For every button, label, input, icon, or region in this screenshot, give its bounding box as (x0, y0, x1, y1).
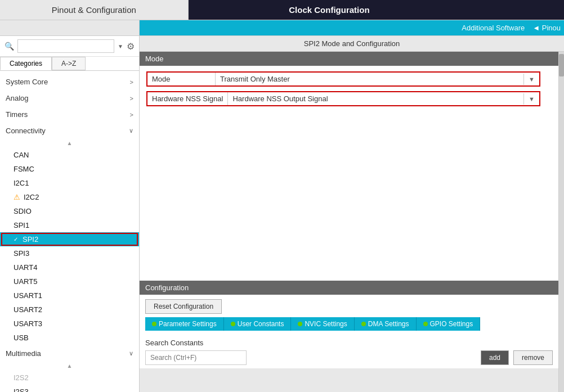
sidebar-item-label-SPI1: SPI1 (14, 221, 29, 229)
top-header: Pinout & Configuration Clock Configurati… (0, 0, 564, 20)
mode-field-row: Mode Transmit Only Master ▼ (146, 71, 552, 87)
multimedia-scroll-up[interactable]: ▲ (0, 361, 139, 371)
sidebar-item-USB[interactable]: USB (0, 331, 139, 345)
sidebar-item-label-USART1: USART1 (14, 291, 42, 300)
mode-content-area (140, 112, 558, 281)
search-constants-input[interactable] (145, 350, 247, 365)
config-content: Reset Configuration Parameter Settings U… (140, 295, 558, 335)
sidebar-group-label-timers: Timers (6, 110, 28, 119)
pinout-config-tab[interactable]: Pinout & Configuration (0, 0, 189, 20)
right-scrollbar[interactable] (558, 52, 564, 392)
dropdown-arrow-icon[interactable]: ▼ (118, 43, 123, 49)
search-input[interactable] (17, 39, 114, 53)
sidebar-item-SPI3[interactable]: SPI3 (0, 246, 139, 260)
nss-select-outline: Hardware NSS Signal Hardware NSS Output … (146, 91, 540, 106)
sidebar-item-I2C1[interactable]: I2C1 (0, 176, 139, 190)
remove-button[interactable]: remove (513, 350, 553, 365)
tab-label-parameter-settings: Parameter Settings (159, 320, 217, 328)
nss-dropdown-arrow-icon[interactable]: ▼ (523, 93, 539, 105)
mode-select-outline: Mode Transmit Only Master ▼ (146, 71, 540, 87)
tab-label-gpio-settings: GPIO Settings (430, 320, 473, 328)
sidebar-item-SPI2[interactable]: ✓ SPI2 (0, 232, 139, 246)
warning-icon-I2C2: ⚠ (14, 193, 20, 201)
sidebar-item-USART2[interactable]: USART2 (0, 303, 139, 317)
sidebar-item-SDIO[interactable]: SDIO (0, 204, 139, 218)
chevron-system-core-icon: > (130, 79, 133, 85)
tab-categories[interactable]: Categories (0, 57, 52, 70)
sidebar-item-UART4[interactable]: UART4 (0, 260, 139, 274)
sidebar-item-label-USART2: USART2 (14, 305, 42, 314)
tab-atoz[interactable]: A->Z (52, 57, 86, 70)
sidebar-item-label-I2C2: I2C2 (24, 193, 39, 201)
search-constants-section: Search Constants add remove (140, 335, 558, 368)
mode-label: Mode (147, 73, 215, 85)
additional-right (470, 0, 564, 20)
sidebar-item-label-SPI2: SPI2 (23, 235, 38, 244)
connectivity-items: ▲ CAN FSMC I2C1 ⚠ I (0, 138, 139, 345)
check-icon-SPI2: ✓ (14, 236, 18, 242)
chevron-connectivity-icon: ∨ (129, 127, 133, 134)
mode-fields: Mode Transmit Only Master ▼ Hardware NSS… (140, 66, 558, 112)
reset-configuration-button[interactable]: Reset Configuration (145, 299, 222, 314)
sidebar-group-system-core: System Core > (0, 74, 139, 89)
panel-title: SPI2 Mode and Configuration (140, 36, 564, 52)
tab-label-nvic-settings: NVIC Settings (305, 320, 347, 328)
nss-field-row: Hardware NSS Signal Hardware NSS Output … (146, 91, 552, 106)
sidebar: 🔍 ▼ ⚙ Categories A->Z System Core > Anal… (0, 36, 140, 392)
mode-select-inner[interactable]: Transmit Only Master ▼ (215, 73, 539, 85)
clock-config-tab[interactable]: Clock Configuration (189, 0, 471, 20)
nss-value: Hardware NSS Output Signal (228, 92, 523, 105)
sidebar-group-header-system-core[interactable]: System Core > (0, 74, 139, 89)
connectivity-scroll-up[interactable]: ▲ (0, 138, 139, 148)
mode-section: Mode Mode Transmit Only Master ▼ (140, 52, 558, 281)
chevron-analog-icon: > (130, 95, 133, 102)
additional-software-label[interactable]: Additional Software (140, 20, 529, 35)
sidebar-item-label-I2S3: I2S3 (14, 388, 29, 392)
sidebar-group-analog: Analog > (0, 91, 139, 106)
sidebar-item-CAN[interactable]: CAN (0, 148, 139, 162)
chevron-timers-icon: > (130, 111, 133, 118)
sidebar-item-UART5[interactable]: UART5 (0, 274, 139, 289)
sidebar-item-I2S2[interactable]: I2S2 (0, 371, 139, 385)
add-button[interactable]: add (481, 350, 509, 365)
sidebar-item-FSMC[interactable]: FSMC (0, 162, 139, 176)
sidebar-item-label-FSMC: FSMC (14, 165, 34, 173)
tab-dma-settings[interactable]: DMA Settings (355, 317, 417, 331)
sidebar-group-label-connectivity: Connectivity (6, 127, 46, 135)
pinout-right-label[interactable]: ◄ Pinou (529, 20, 564, 35)
sidebar-group-label-analog: Analog (6, 94, 28, 102)
sidebar-group-label-multimedia: Multimedia (6, 349, 41, 358)
sidebar-content: System Core > Analog > Timers > (0, 71, 139, 392)
sidebar-item-USART3[interactable]: USART3 (0, 317, 139, 331)
mode-value: Transmit Only Master (216, 73, 523, 85)
nss-select-inner[interactable]: Hardware NSS Output Signal ▼ (227, 92, 539, 105)
search-constants-row: add remove (145, 350, 553, 365)
sidebar-group-header-analog[interactable]: Analog > (0, 91, 139, 106)
right-panel-content: Mode Mode Transmit Only Master ▼ (140, 52, 558, 392)
sidebar-item-SPI1[interactable]: SPI1 (0, 218, 139, 232)
tab-dot-gpio-settings (423, 322, 428, 326)
tab-label-dma-settings: DMA Settings (368, 320, 409, 328)
sidebar-header-space (0, 20, 140, 35)
sidebar-item-label-USB: USB (14, 334, 29, 342)
tab-dot-user-constants (231, 322, 235, 326)
right-panel: SPI2 Mode and Configuration Mode Mode Tr… (140, 36, 564, 392)
tab-user-constants[interactable]: User Constants (224, 317, 292, 331)
sidebar-item-I2S3[interactable]: I2S3 (0, 385, 139, 392)
sidebar-group-connectivity: Connectivity ∨ ▲ CAN FSMC I2C1 (0, 123, 139, 345)
gear-icon[interactable]: ⚙ (127, 41, 135, 52)
sidebar-group-header-connectivity[interactable]: Connectivity ∨ (0, 123, 139, 138)
sidebar-search-row: 🔍 ▼ ⚙ (0, 36, 139, 57)
sidebar-group-header-timers[interactable]: Timers > (0, 107, 139, 122)
nss-label: Hardware NSS Signal (147, 92, 227, 105)
sidebar-item-I2C2[interactable]: ⚠ I2C2 (0, 190, 139, 204)
tab-label-user-constants: User Constants (238, 320, 284, 328)
tab-parameter-settings[interactable]: Parameter Settings (145, 317, 224, 331)
sidebar-group-header-multimedia[interactable]: Multimedia ∨ (0, 346, 139, 361)
sidebar-item-label-I2C1: I2C1 (14, 179, 29, 187)
sidebar-item-USART1[interactable]: USART1 (0, 289, 139, 303)
tab-gpio-settings[interactable]: GPIO Settings (417, 317, 481, 331)
tab-nvic-settings[interactable]: NVIC Settings (291, 317, 354, 331)
sidebar-item-label-UART4: UART4 (14, 263, 37, 272)
mode-dropdown-arrow-icon[interactable]: ▼ (523, 74, 539, 85)
